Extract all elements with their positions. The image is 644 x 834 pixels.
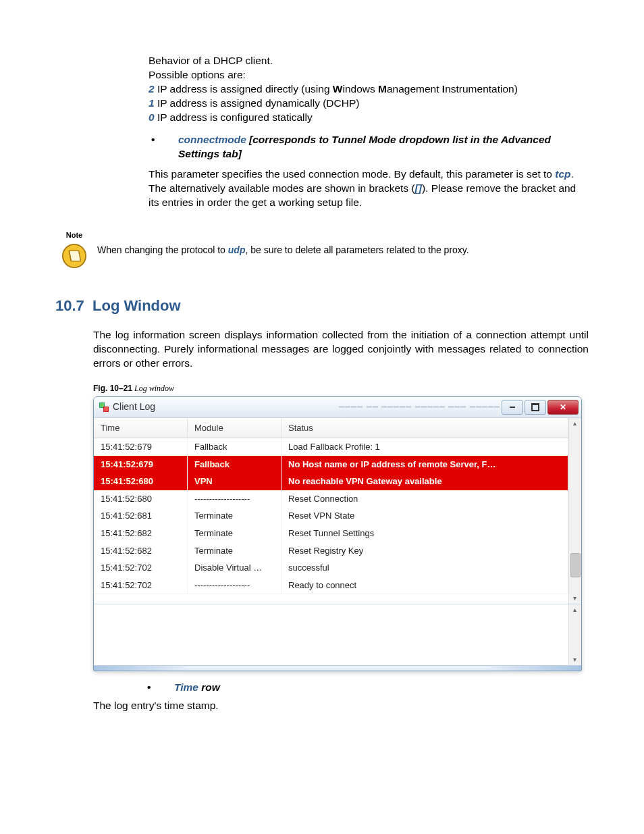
- text: indows: [342, 83, 378, 95]
- titlebar[interactable]: Client Log ━━━━ ━━ ━━━━━ ━━━━━ ━━━ ━━━━━…: [94, 397, 581, 418]
- lower-pane: ▴ ▾: [94, 604, 581, 665]
- param-bracket: []: [415, 182, 422, 194]
- scroll-down-icon[interactable]: ▾: [569, 593, 580, 604]
- bullet-dot: •: [149, 133, 178, 161]
- table-row[interactable]: 15:41:52:682TerminateReset Tunnel Settin…: [94, 525, 568, 542]
- log-table: Time Module Status 15:41:52:679FallbackL…: [94, 418, 568, 594]
- cell-module: Disable Virtual …: [188, 559, 281, 577]
- scroll-up-icon[interactable]: ▴: [569, 418, 580, 429]
- cell-module: VPN: [188, 473, 281, 490]
- table-row[interactable]: 15:41:52:679FallbackNo Host name or IP a…: [94, 456, 568, 473]
- text: nstrumentation): [445, 83, 518, 95]
- text: When changing the protocol to: [97, 244, 228, 255]
- figure-text: Log window: [132, 384, 174, 393]
- cell-status: Reset Registry Key: [281, 542, 568, 560]
- figure-caption: Fig. 10–21 Log window: [93, 383, 589, 394]
- section-title: Log Window: [92, 297, 181, 314]
- bullet-dot: •: [144, 681, 174, 695]
- param-time: Time: [174, 681, 198, 693]
- section-heading: 10.7 Log Window: [55, 296, 589, 316]
- text: , be sure to delete all parameters relat…: [245, 244, 468, 255]
- table-row[interactable]: 15:41:52:679FallbackLoad Fallback Profil…: [94, 438, 568, 456]
- cell-module: Terminate: [188, 542, 281, 560]
- text: Behavior of a DHCP client.: [149, 55, 273, 66]
- table-row[interactable]: 15:41:52:680-------------------Reset Con…: [94, 490, 568, 508]
- section-number: 10.7: [55, 297, 84, 314]
- opt-num-0: 0: [149, 111, 155, 123]
- cell-time: 15:41:52:682: [94, 542, 188, 560]
- cell-status: No Host name or IP address of remote Ser…: [281, 456, 568, 473]
- param-udp: udp: [228, 244, 246, 255]
- titlebar-blur-text: ━━━━ ━━ ━━━━━ ━━━━━ ━━━ ━━━━━: [339, 401, 500, 413]
- text: IP address is configured statically: [155, 111, 313, 123]
- bold-letter: M: [378, 83, 387, 95]
- col-header-status[interactable]: Status: [281, 418, 568, 438]
- time-row-bullet: • Time row: [144, 681, 589, 695]
- connectmode-para: This parameter specifies the used connec…: [149, 167, 589, 210]
- cell-status: Ready to connect: [281, 577, 568, 594]
- statusbar: [94, 665, 581, 671]
- cell-time: 15:41:52:679: [94, 456, 188, 473]
- opt-num-2: 2: [149, 83, 155, 95]
- cell-module: Terminate: [188, 507, 281, 525]
- table-row[interactable]: 15:41:52:681TerminateReset VPN State: [94, 507, 568, 525]
- cell-status: Reset Connection: [281, 490, 568, 508]
- cell-time: 15:41:52:682: [94, 525, 188, 542]
- cell-module: -------------------: [188, 490, 281, 508]
- cell-status: Reset VPN State: [281, 507, 568, 525]
- figure-number: Fig. 10–21: [93, 384, 132, 393]
- close-button[interactable]: ✕: [547, 400, 579, 415]
- scroll-thumb[interactable]: [570, 553, 581, 577]
- scroll-up-icon[interactable]: ▴: [569, 604, 580, 615]
- connectmode-bullet: • connectmode [corresponds to Tunnel Mod…: [149, 133, 589, 161]
- table-row[interactable]: 15:41:52:680VPNNo reachable VPN Gateway …: [94, 473, 568, 490]
- param-tcp: tcp: [555, 168, 570, 180]
- cell-time: 15:41:52:681: [94, 507, 188, 525]
- note-block: Note When changing the protocol to udp, …: [55, 230, 589, 269]
- cell-module: Fallback: [188, 438, 281, 456]
- param-connectmode: connectmode: [178, 134, 246, 145]
- cell-time: 15:41:52:702: [94, 577, 188, 594]
- cell-status: Load Fallback Profile: 1: [281, 438, 568, 456]
- cell-time: 15:41:52:680: [94, 490, 188, 508]
- scroll-down-icon[interactable]: ▾: [569, 654, 580, 665]
- note-label: Note: [55, 230, 93, 240]
- table-row[interactable]: 15:41:52:702Disable Virtual …successful: [94, 559, 568, 577]
- col-header-module[interactable]: Module: [188, 418, 281, 438]
- cell-module: -------------------: [188, 577, 281, 594]
- vertical-scrollbar[interactable]: ▴ ▾: [568, 418, 581, 604]
- cell-module: Terminate: [188, 525, 281, 542]
- cell-module: Fallback: [188, 456, 281, 473]
- minimize-button[interactable]: [502, 400, 523, 415]
- cell-time: 15:41:52:702: [94, 559, 188, 577]
- window-title: Client Log: [113, 400, 325, 413]
- cell-status: No reachable VPN Gateway available: [281, 473, 568, 490]
- text: IP address is assigned directly (using: [155, 83, 333, 95]
- cell-status: successful: [281, 559, 568, 577]
- col-header-time[interactable]: Time: [94, 418, 188, 438]
- text: Possible options are:: [149, 69, 246, 80]
- text: IP address is assigned dynamically (DCHP…: [155, 97, 360, 109]
- text: row: [198, 681, 220, 693]
- dhcp-behavior-text: Behavior of a DHCP client. Possible opti…: [149, 54, 589, 125]
- table-row[interactable]: 15:41:52:682TerminateReset Registry Key: [94, 542, 568, 560]
- cell-time: 15:41:52:679: [94, 438, 188, 456]
- cell-status: Reset Tunnel Settings: [281, 525, 568, 542]
- text: anagement: [387, 83, 442, 95]
- client-log-window: Client Log ━━━━ ━━ ━━━━━ ━━━━━ ━━━ ━━━━━…: [93, 396, 582, 671]
- cell-time: 15:41:52:680: [94, 473, 188, 490]
- lower-scrollbar[interactable]: ▴ ▾: [568, 604, 581, 665]
- section-para: The log information screen displays info…: [93, 328, 589, 371]
- time-row-desc: The log entry's time stamp.: [93, 699, 589, 713]
- opt-num-1: 1: [149, 97, 155, 109]
- maximize-button[interactable]: [525, 400, 546, 415]
- bold-letter: W: [333, 83, 343, 95]
- table-row[interactable]: 15:41:52:702-------------------Ready to …: [94, 577, 568, 594]
- text: This parameter specifies the used connec…: [149, 168, 555, 180]
- app-icon: [99, 402, 109, 412]
- note-icon: [61, 243, 87, 269]
